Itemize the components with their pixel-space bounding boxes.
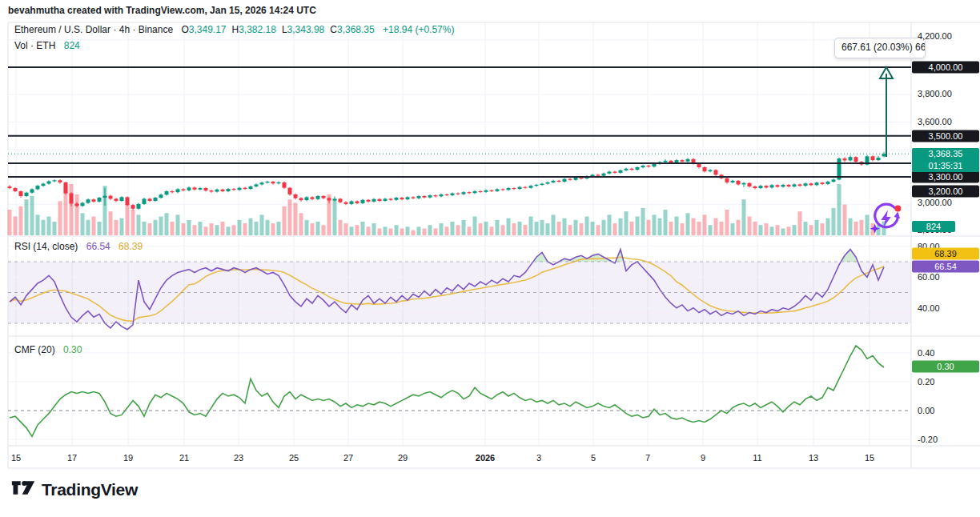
chart-canvas[interactable] <box>0 0 980 517</box>
brand-wordmark: TradingView <box>42 480 138 499</box>
cmf-axis-label: 0.00 <box>918 406 977 415</box>
time-axis-label: 25 <box>289 453 299 463</box>
price-level-badge: 4,000.00 <box>912 62 979 74</box>
rsi-legend[interactable]: RSI (14, close) 66.54 68.39 <box>14 241 143 252</box>
time-axis-label: 9 <box>701 453 705 463</box>
rsi-value: 66.54 <box>86 241 110 252</box>
volume-legend-label: Vol · ETH <box>14 40 55 51</box>
symbol-title: Ethereum / U.S. Dollar · 4h · Binance <box>14 24 173 35</box>
symbol-legend[interactable]: Ethereum / U.S. Dollar · 4h · Binance O3… <box>14 24 454 35</box>
time-axis-label: 17 <box>67 453 77 463</box>
ohlc-values: O3,349.17H3,382.18L3,343.98C3,368.35 <box>175 24 374 35</box>
tradingview-mark-icon <box>11 480 35 499</box>
time-axis-label: 29 <box>398 453 408 463</box>
rsi-value-badge: 66.54 <box>912 261 979 273</box>
time-axis-label: 5 <box>591 453 596 463</box>
cmf-legend[interactable]: CMF (20) 0.30 <box>14 344 82 355</box>
time-axis-label: 15 <box>865 453 874 463</box>
ohlc-key: L <box>282 24 287 35</box>
cmf-legend-label: CMF (20) <box>14 344 55 355</box>
cmf-axis-label: -0.20 <box>918 435 977 444</box>
price-level-badge: 3,200.00 <box>912 186 979 198</box>
time-axis-label: 15 <box>11 453 21 463</box>
price-axis-label: 3,000.00 <box>918 198 977 207</box>
measure-tooltip: 667.61 (20.03%) 66 <box>834 38 926 58</box>
ohlc-val: 3,382.18 <box>239 24 276 35</box>
rsi-ma-value: 68.39 <box>118 241 143 252</box>
time-axis-label: 7 <box>645 453 650 463</box>
price-axis-label: 3,600.00 <box>918 117 977 126</box>
price-level-badge: 3,300.00 <box>912 171 979 183</box>
ohlc-val: 3,343.98 <box>287 24 325 35</box>
ohlc-val: 3,368.35 <box>337 24 375 35</box>
time-axis-label: 13 <box>809 453 818 463</box>
cmf-axis-label: 0.20 <box>918 377 977 387</box>
time-axis-label: 23 <box>234 453 243 463</box>
time-axis-label: 21 <box>179 453 189 463</box>
rsi-value-badge: 68.39 <box>912 248 979 260</box>
current-price-badge: 3,368.3501:35:31 <box>912 148 979 172</box>
time-axis-label: 19 <box>123 453 133 463</box>
rsi-legend-label: RSI (14, close) <box>14 241 78 252</box>
cmf-axis-label: 0.40 <box>918 348 977 358</box>
time-axis-label: 3 <box>536 453 541 463</box>
price-axis-label: 3,800.00 <box>918 89 977 98</box>
flash-boost-icon[interactable] <box>870 202 903 235</box>
ohlc-val: 3,349.17 <box>189 24 227 35</box>
ohlc-key: O <box>181 24 188 35</box>
volume-legend[interactable]: Vol · ETH 824 <box>14 40 80 51</box>
price-level-badge: 3,500.00 <box>912 130 979 142</box>
volume-value-badge: 824 <box>912 221 955 232</box>
rsi-axis-label: 60.00 <box>918 272 977 282</box>
cmf-value-badge: 0.30 <box>912 361 979 373</box>
price-change: +18.94 (+0.57%) <box>383 24 454 35</box>
time-axis-label: 2026 <box>476 453 495 463</box>
price-axis-label: 4,200.00 <box>918 31 977 41</box>
volume-legend-value: 824 <box>64 40 80 51</box>
ohlc-key: C <box>330 24 337 35</box>
rsi-axis-label: 40.00 <box>918 303 977 313</box>
time-axis-label: 27 <box>343 453 353 463</box>
ohlc-key: H <box>232 24 239 35</box>
time-axis-label: 11 <box>753 453 761 463</box>
footer-logo[interactable]: TradingView <box>11 480 138 499</box>
tradingview-snapshot: bevahmutha created with TradingView.com,… <box>0 0 980 517</box>
cmf-value: 0.30 <box>63 344 82 355</box>
